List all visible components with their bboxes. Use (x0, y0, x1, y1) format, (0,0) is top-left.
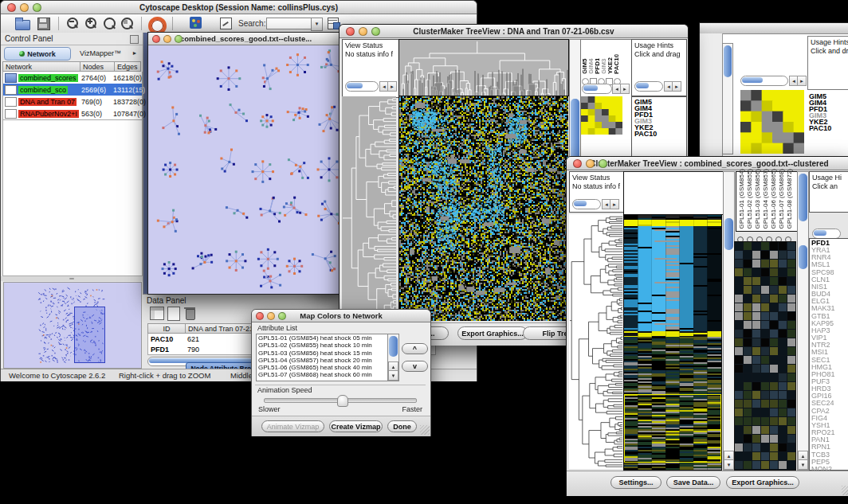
zoom-window-icon[interactable] (278, 312, 286, 320)
list-vscrollbar[interactable]: ▲ ▼ (387, 334, 399, 381)
correlation-matrix-heatmap[interactable] (740, 90, 804, 154)
minimize-icon[interactable] (267, 312, 275, 320)
zoom-vscrollbar[interactable]: ▲ ▼ (797, 171, 809, 471)
matrix-column-label[interactable]: PFD1 (594, 58, 600, 74)
scroll-right-icon[interactable]: ► (797, 76, 807, 86)
scroll-right-icon[interactable]: ► (610, 199, 619, 209)
column-dendrogram[interactable] (398, 39, 569, 96)
treeview-action-button[interactable]: Export Graphics... (457, 326, 528, 340)
attribute-listbox[interactable]: GPL51-01 (GSM854) heat shock 05 minGPL51… (256, 334, 389, 381)
animation-speed-slider[interactable] (264, 398, 417, 403)
close-icon[interactable] (7, 3, 16, 12)
condition-label[interactable]: GPL51-03 (GSM856) (754, 169, 762, 229)
gene-label[interactable]: PAC10 (809, 125, 848, 131)
attribute-option[interactable]: GPL51-06 (GSM865) heat shock 40 min (257, 364, 388, 371)
treeview-action-button[interactable]: Export Graphics... (726, 476, 799, 489)
zoom-heatmap[interactable] (734, 241, 796, 471)
zoom-fit-icon[interactable] (103, 17, 117, 30)
expression-heatmap[interactable] (398, 96, 568, 321)
matrix-column-label[interactable]: PAC10 (613, 54, 619, 74)
matrix-column-label[interactable]: GIM4 (587, 58, 594, 74)
correlation-matrix-heatmap[interactable] (581, 96, 622, 135)
open-file-icon[interactable] (15, 17, 29, 30)
attribute-option[interactable]: GPL51-07 (GSM868) heat shock 60 min (257, 371, 388, 378)
attribute-option[interactable]: GPL51-04 (GSM857) heat shock 20 min (257, 357, 388, 364)
panel-splitter[interactable] (1, 276, 143, 281)
attribute-option[interactable]: GPL51-03 (GSM856) heat shock 15 min (257, 350, 388, 357)
tab-overflow-arrow[interactable]: ► (130, 48, 139, 58)
treeview-action-button[interactable]: Save Data... (666, 476, 720, 489)
close-icon[interactable] (256, 312, 264, 320)
delete-attribute-icon[interactable] (184, 307, 195, 319)
scroll-right-icon[interactable]: ► (387, 81, 397, 92)
matrix-column-label[interactable]: GIM5 (581, 58, 587, 74)
network-list-row[interactable]: combined_sco 2569(6) 13112(15) (3, 84, 142, 96)
zoom-out-icon[interactable] (66, 17, 80, 30)
matrix-column-label[interactable]: GIM3 (600, 58, 607, 74)
search-dropdown-button[interactable]: ▼ (311, 18, 323, 31)
condition-label[interactable]: GPL51-07 (GSM868) (778, 169, 786, 229)
scroll-down-icon[interactable]: ▼ (724, 459, 734, 470)
attribute-option[interactable]: GPL51-01 (GSM854) heat shock 05 min (257, 334, 388, 342)
condition-label[interactable]: GPL51-04 (GSM857) (762, 169, 770, 229)
matrix-toolbar-icons[interactable] (582, 74, 628, 82)
zoom-window-icon[interactable] (599, 159, 607, 168)
slider-thumb[interactable] (337, 395, 348, 407)
scroll-down-icon[interactable]: ▼ (798, 459, 808, 470)
matrix-column-label[interactable]: YKE2 (607, 57, 613, 74)
tab-vizmapper[interactable]: VizMapper™ (73, 47, 128, 59)
horizontal-scrollbar[interactable] (740, 76, 788, 86)
main-titlebar[interactable]: Cytoscape Desktop (Session Name: collins… (1, 1, 477, 14)
scroll-right-icon[interactable]: ► (620, 84, 630, 94)
minimize-icon[interactable] (586, 159, 595, 168)
condition-label[interactable]: GPL51-08 (GSM872) (786, 169, 794, 229)
move-up-button[interactable]: ^ (402, 343, 428, 354)
hints-hscrollbar[interactable] (634, 81, 663, 92)
birdseye-overview[interactable] (3, 282, 142, 369)
status-hscrollbar[interactable] (345, 81, 379, 92)
treeview2-titlebar[interactable]: ClusterMaker TreeView : combined_scores_… (567, 157, 848, 170)
zoom-window-icon[interactable] (175, 35, 183, 43)
matrix-hscrollbar[interactable] (582, 84, 612, 94)
condition-label[interactable]: GPL51-06 (GSM865) (770, 169, 778, 229)
zoom-in-icon[interactable] (84, 17, 99, 30)
network-list-row[interactable]: combined_scores 2764(0) 16218(0) (3, 72, 142, 84)
search-input[interactable] (266, 18, 312, 29)
condition-label[interactable]: GPL51-02 (GSM855) (746, 169, 754, 229)
network-view-titlebar[interactable]: combined_scores_good.txt--cluste... (148, 33, 344, 45)
minimize-icon[interactable] (163, 35, 171, 43)
help-lifering-icon[interactable] (148, 17, 163, 30)
table-view-icon[interactable] (150, 307, 164, 320)
condition-label[interactable]: GPL51-01 (GSM854) (738, 169, 746, 229)
dialog-action-button[interactable]: Animate Vizmap (261, 420, 324, 432)
heatmap-vscrollbar[interactable]: ▲ ▼ (723, 171, 735, 471)
new-attribute-icon[interactable] (167, 307, 180, 321)
scroll-right-icon[interactable]: ► (672, 81, 681, 92)
vertical-scrollbar[interactable] (722, 43, 733, 154)
scroll-down-icon[interactable]: ▼ (388, 370, 398, 381)
node-appearance-icon[interactable] (190, 17, 204, 30)
network-canvas[interactable] (149, 45, 343, 292)
close-icon[interactable] (152, 35, 160, 43)
expression-heatmap[interactable] (623, 214, 722, 471)
close-icon[interactable] (573, 159, 582, 168)
col-header-edges[interactable]: Edges (115, 61, 141, 72)
treeview-action-button[interactable]: Settings... (610, 476, 662, 489)
zoom-selected-icon[interactable] (120, 17, 135, 30)
gene-label[interactable]: PAC10 (634, 131, 686, 137)
row-dendrogram[interactable] (342, 96, 396, 321)
data-col-id[interactable]: ID (147, 323, 186, 334)
zoom-window-icon[interactable] (33, 3, 41, 12)
move-down-button[interactable]: v (402, 361, 428, 372)
col-header-network[interactable]: Network (2, 61, 80, 72)
close-icon[interactable] (346, 27, 355, 36)
network-list-row[interactable]: RNAPuberNov2+I 563(0) 107847(0) (3, 107, 142, 119)
col-header-nodes[interactable]: Nodes (80, 61, 115, 72)
network-list-row[interactable]: DNA and Tran 07 769(0) 183728(0) (3, 96, 142, 107)
save-session-icon[interactable] (37, 17, 51, 30)
treeview1-titlebar[interactable]: ClusterMaker TreeView : DNA and Tran 07-… (340, 25, 688, 38)
annotation-icon[interactable] (220, 17, 234, 30)
float-panel-icon[interactable] (130, 35, 139, 44)
status-hscrollbar[interactable] (572, 199, 601, 209)
minimize-icon[interactable] (359, 27, 367, 36)
